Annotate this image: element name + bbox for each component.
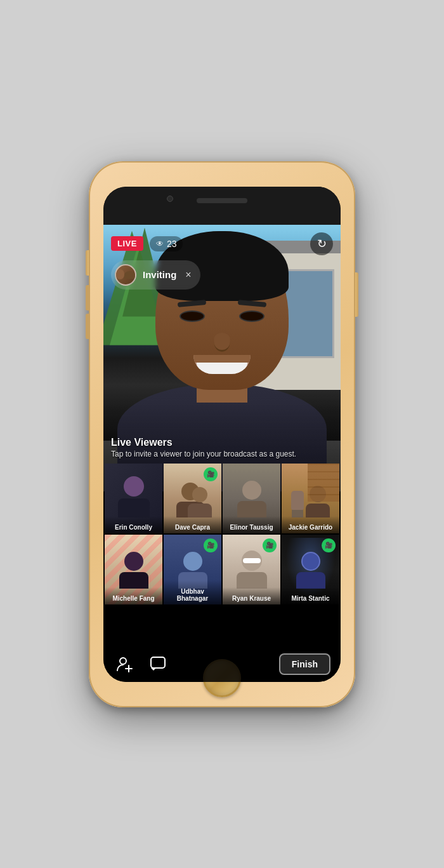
add-viewer-button[interactable] <box>114 653 136 676</box>
finish-button[interactable]: Finish <box>279 653 330 675</box>
viewer-card-mirta[interactable]: 🎥 Mirta Stantic <box>282 535 339 604</box>
viewer-name-michelle: Michelle Fang <box>105 587 162 604</box>
viewer-card-udbhav[interactable]: 🎥 Udbhav Bhatnagar <box>164 535 221 604</box>
jackie-statue <box>291 491 304 517</box>
video-camera-icon-dave: 🎥 <box>204 467 218 481</box>
svg-rect-3 <box>151 657 165 668</box>
right-eyebrow <box>238 300 267 307</box>
svg-point-0 <box>120 658 126 664</box>
viewer-grid: Erin Conolly <box>103 461 341 606</box>
ryan-silhouette <box>237 551 267 589</box>
michelle-silhouette <box>119 552 148 589</box>
live-viewers-subtitle: Tap to invite a viewer to join your broa… <box>111 450 333 458</box>
viewer-count: 👁 23 <box>150 236 183 251</box>
phone-screen: LIVE 👁 23 ↻ Inviting <box>103 187 341 682</box>
inviting-label: Inviting <box>143 269 176 280</box>
viewer-name-udbhav: Udbhav Bhatnagar <box>164 580 221 604</box>
live-badge: LIVE <box>111 236 143 251</box>
viewer-name-elinor: Elinor Taussig <box>223 516 280 533</box>
wood-panel <box>308 464 339 502</box>
video-camera-icon-mirta: 🎥 <box>322 538 336 552</box>
live-viewers-header: Live Viewers Tap to invite a viewer to j… <box>103 432 341 461</box>
phone-body: LIVE 👁 23 ↻ Inviting <box>89 161 355 707</box>
refresh-icon: ↻ <box>317 237 327 251</box>
bottom-toolbar: Finish <box>103 647 341 682</box>
viewer-name-erin: Erin Conolly <box>105 516 162 533</box>
live-bar: LIVE 👁 23 ↻ <box>111 232 333 255</box>
viewer-name-dave: Dave Capra <box>164 516 221 533</box>
live-viewers-title: Live Viewers <box>111 437 333 448</box>
viewer-name-ryan: Ryan Krause <box>223 587 280 604</box>
left-eyebrow <box>178 300 207 307</box>
viewer-card-ryan[interactable]: 🎥 Ryan Krause <box>223 535 280 604</box>
phone-notch <box>103 187 341 225</box>
chat-button[interactable] <box>147 653 169 676</box>
phone-wrapper: LIVE 👁 23 ↻ Inviting <box>0 0 444 868</box>
right-eye <box>239 310 264 322</box>
mirta-silhouette <box>296 552 325 589</box>
viewer-card-michelle[interactable]: Michelle Fang <box>105 535 162 604</box>
person-mouth <box>193 355 251 374</box>
viewer-card-erin[interactable]: Erin Conolly <box>105 464 162 533</box>
video-camera-icon-udbhav: 🎥 <box>204 538 218 552</box>
screen-content: LIVE 👁 23 ↻ Inviting <box>103 225 341 682</box>
erin-silhouette <box>118 476 150 517</box>
inviting-avatar <box>115 264 136 286</box>
viewer-card-dave[interactable]: 🎥 Dave Capra <box>164 464 221 533</box>
viewer-count-number: 23 <box>167 239 177 249</box>
viewer-name-mirta: Mirta Stantic <box>282 587 339 604</box>
front-camera-icon <box>167 196 173 202</box>
dave-person2 <box>188 487 212 517</box>
viewer-card-jackie[interactable]: Jackie Garrido <box>282 464 339 533</box>
video-camera-icon-ryan: 🎥 <box>263 538 277 552</box>
inviting-close-button[interactable]: × <box>185 269 191 281</box>
speaker-grille <box>197 198 247 203</box>
viewer-name-jackie: Jackie Garrido <box>282 516 339 533</box>
elinor-silhouette <box>237 481 266 517</box>
eye-icon: 👁 <box>156 239 164 248</box>
refresh-button[interactable]: ↻ <box>310 232 333 255</box>
person-nose <box>214 333 230 352</box>
inviting-notification[interactable]: Inviting × <box>111 260 200 290</box>
left-eye <box>180 310 205 322</box>
viewer-card-elinor[interactable]: Elinor Taussig <box>223 464 280 533</box>
live-viewers-section: Live Viewers Tap to invite a viewer to j… <box>103 432 341 606</box>
